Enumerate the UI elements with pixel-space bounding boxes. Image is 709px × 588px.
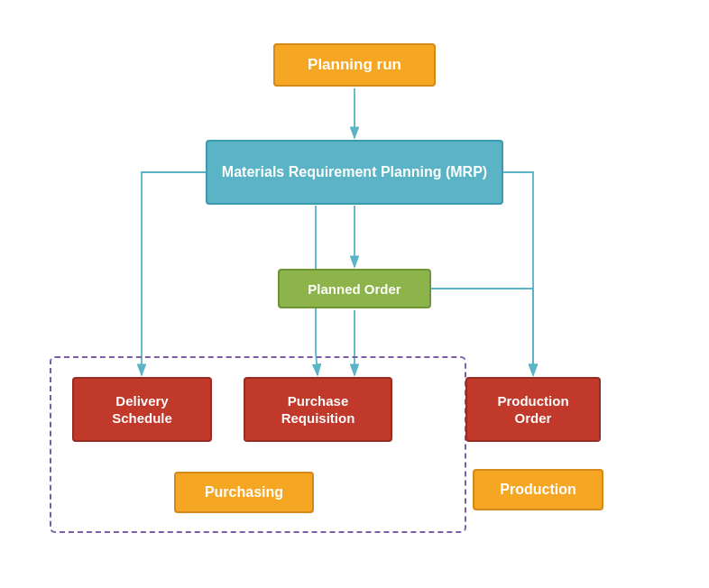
production-box: Production xyxy=(473,469,603,510)
planned-order-box: Planned Order xyxy=(278,269,431,308)
mrp-box: Materials Requirement Planning (MRP) xyxy=(206,140,503,205)
production-order-box: Production Order xyxy=(465,377,601,442)
purchase-requisition-box: Purchase Requisition xyxy=(244,377,392,442)
diagram-container: Planning run Materials Requirement Plann… xyxy=(0,0,709,588)
purchasing-box: Purchasing xyxy=(174,472,314,513)
planning-run-box: Planning run xyxy=(273,43,436,87)
delivery-schedule-box: Delivery Schedule xyxy=(72,377,212,442)
